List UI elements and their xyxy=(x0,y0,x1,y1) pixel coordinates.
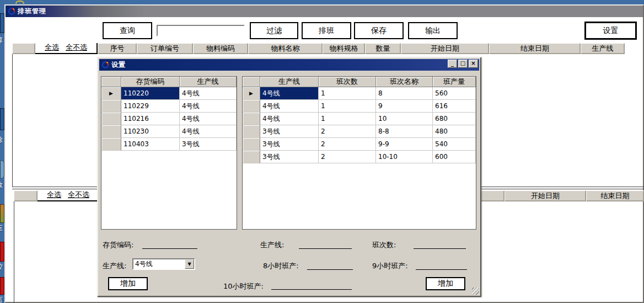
row-selector[interactable] xyxy=(101,125,121,138)
cell-shift-output[interactable]: 540 xyxy=(433,138,476,151)
shift10-field-line[interactable] xyxy=(271,289,352,290)
column-header-production-line[interactable]: 生产线 xyxy=(581,43,625,54)
select-all-link[interactable]: 全选 xyxy=(45,43,59,52)
column-header-material-code[interactable]: 物料编码 xyxy=(193,43,248,54)
cell-production-line[interactable]: 3号线 xyxy=(180,138,237,151)
save-button[interactable]: 保存 xyxy=(354,22,404,39)
cell-shift-count[interactable]: 1 xyxy=(319,113,376,125)
cell-production-line[interactable]: 4号线 xyxy=(260,113,319,125)
cell-shift-name[interactable]: 8 xyxy=(376,87,433,100)
column-header-order-no[interactable]: 订单编号 xyxy=(137,43,193,54)
table-row[interactable]: ▶ 110220 4号线 xyxy=(101,87,237,100)
row-selector[interactable] xyxy=(243,100,260,113)
cell-shift-count[interactable]: 1 xyxy=(319,87,376,100)
cell-shift-name[interactable]: 9 xyxy=(376,100,433,113)
column-header-shift-count[interactable]: 班次数 xyxy=(319,77,376,87)
shift9-field-line[interactable] xyxy=(416,269,467,270)
table-row[interactable]: 110229 4号线 xyxy=(101,100,237,113)
cell-production-line[interactable]: 4号线 xyxy=(180,87,237,100)
column-header-end-date[interactable]: 结束日期 xyxy=(586,190,644,201)
cell-shift-output[interactable]: 616 xyxy=(433,100,476,113)
add-button-right[interactable]: 增加 xyxy=(426,277,465,290)
row-selector[interactable]: ▶ xyxy=(243,87,260,100)
shift8-field-line[interactable] xyxy=(307,269,353,270)
column-header-material-name[interactable]: 物料名称 xyxy=(248,43,323,54)
select-none-link[interactable]: 全不选 xyxy=(68,190,89,200)
cell-production-line[interactable]: 4号线 xyxy=(260,87,319,100)
cell-production-line[interactable]: 3号线 xyxy=(260,138,319,151)
cell-shift-name[interactable]: 10-10 xyxy=(376,151,433,163)
column-header-end-date[interactable]: 结束日期 xyxy=(489,43,581,54)
select-none-link[interactable]: 全不选 xyxy=(66,43,87,52)
table-row[interactable]: 4号线 1 9 616 xyxy=(243,100,476,113)
table-row[interactable]: 110230 4号线 xyxy=(101,125,237,138)
column-header-shift-output[interactable]: 班产量 xyxy=(433,77,476,87)
row-selector[interactable] xyxy=(101,138,121,151)
row-selector[interactable] xyxy=(243,125,260,138)
export-button[interactable]: 输出 xyxy=(408,22,458,39)
cell-inventory-code[interactable]: 110403 xyxy=(121,138,180,151)
column-header-start-date[interactable]: 开始日期 xyxy=(401,43,489,54)
cell-production-line[interactable]: 3号线 xyxy=(260,151,319,163)
cell-shift-output[interactable]: 680 xyxy=(433,113,476,125)
table-row[interactable]: 4号线 1 10 680 xyxy=(243,113,476,125)
cell-inventory-code[interactable]: 110230 xyxy=(121,125,180,138)
row-selector[interactable] xyxy=(243,113,260,125)
select-all-link[interactable]: 全选 xyxy=(47,190,61,200)
cell-production-line[interactable]: 4号线 xyxy=(180,125,237,138)
chevron-down-icon[interactable]: ▼ xyxy=(185,259,194,269)
cell-production-line[interactable]: 3号线 xyxy=(260,125,319,138)
cell-inventory-code[interactable]: 110229 xyxy=(121,100,180,113)
table-row[interactable]: 3号线 2 9-9 540 xyxy=(243,138,476,151)
column-header-production-line[interactable]: 生产线 xyxy=(180,77,237,87)
search-input[interactable] xyxy=(157,25,245,36)
column-header-quantity[interactable]: 数量 xyxy=(365,43,401,54)
inventory-code-field-line[interactable] xyxy=(142,248,197,249)
schedule-button[interactable]: 排班 xyxy=(302,22,351,39)
maximize-button[interactable]: □ xyxy=(458,60,468,68)
column-header-seq[interactable]: 序号 xyxy=(98,43,137,54)
table-row[interactable]: 110403 3号线 xyxy=(101,138,237,151)
cell-shift-output[interactable]: 560 xyxy=(433,87,476,100)
dialog-titlebar[interactable]: 设置 xyxy=(99,59,479,71)
cell-inventory-code[interactable]: 110220 xyxy=(121,87,180,100)
column-header-material-spec[interactable]: 物料规格 xyxy=(323,43,365,54)
resize-grip[interactable] xyxy=(472,288,479,295)
row-selector[interactable] xyxy=(101,100,121,113)
column-header-production-line[interactable]: 生产线 xyxy=(260,77,319,87)
production-line-field-line[interactable] xyxy=(299,248,352,249)
cell-production-line[interactable]: 4号线 xyxy=(180,100,237,113)
row-selector[interactable] xyxy=(243,151,260,163)
settings-button[interactable]: 设置 xyxy=(584,22,637,40)
query-button[interactable]: 查询 xyxy=(103,22,152,39)
column-header-shift-name[interactable]: 班次名称 xyxy=(376,77,433,87)
add-button-left[interactable]: 增加 xyxy=(108,277,148,290)
cell-production-line[interactable]: 4号线 xyxy=(180,113,237,125)
cell-shift-count[interactable]: 1 xyxy=(319,100,376,113)
row-selector[interactable] xyxy=(243,138,260,151)
row-selector[interactable] xyxy=(101,113,121,125)
cell-shift-name[interactable]: 8-8 xyxy=(376,125,433,138)
column-header-inventory-code[interactable]: 存货编码 xyxy=(121,77,180,87)
close-button[interactable]: × xyxy=(469,60,478,68)
cell-shift-name[interactable]: 10 xyxy=(376,113,433,125)
cell-shift-name[interactable]: 9-9 xyxy=(376,138,433,151)
shift-count-field-line[interactable] xyxy=(414,248,466,249)
table-row[interactable]: 110216 4号线 xyxy=(101,113,237,125)
cell-production-line[interactable]: 4号线 xyxy=(260,100,319,113)
filter-button[interactable]: 过滤 xyxy=(250,22,298,39)
table-row[interactable]: ▶ 4号线 1 8 560 xyxy=(243,87,476,100)
table-row[interactable]: 3号线 2 8-8 480 xyxy=(243,125,476,138)
table-row[interactable]: 3号线 2 10-10 600 xyxy=(243,151,476,163)
row-selector[interactable]: ▶ xyxy=(101,87,121,100)
cell-shift-count[interactable]: 2 xyxy=(319,125,376,138)
cell-shift-count[interactable]: 2 xyxy=(319,138,376,151)
minimize-button[interactable]: _ xyxy=(448,60,457,68)
production-line-select[interactable]: 4号线 ▼ xyxy=(132,258,195,270)
cell-shift-count[interactable]: 2 xyxy=(319,151,376,163)
cell-shift-output[interactable]: 480 xyxy=(433,125,476,138)
column-header-start-date[interactable]: 开始日期 xyxy=(505,190,586,201)
main-titlebar[interactable]: 排班管理 xyxy=(6,6,643,17)
cell-inventory-code[interactable]: 110216 xyxy=(121,113,180,125)
cell-shift-output[interactable]: 600 xyxy=(433,151,476,163)
